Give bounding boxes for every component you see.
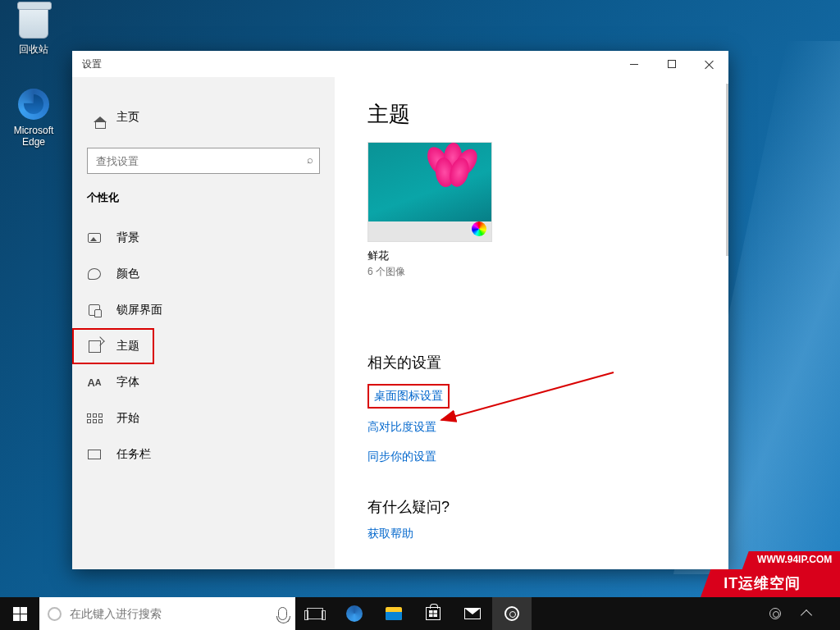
nav-taskbar[interactable]: 任务栏 xyxy=(72,436,335,472)
brush-icon xyxy=(87,339,102,354)
scrollbar[interactable] xyxy=(726,84,728,256)
mic-icon[interactable] xyxy=(278,607,287,620)
taskbar-search[interactable] xyxy=(39,597,295,630)
nav-label: 任务栏 xyxy=(116,447,151,462)
close-icon xyxy=(705,59,714,69)
edge-icon xyxy=(16,87,51,121)
nav-background[interactable]: 背景 xyxy=(72,220,335,256)
maximize-icon xyxy=(668,60,676,68)
link-sync-settings[interactable]: 同步你的设置 xyxy=(368,450,696,464)
color-wheel-icon xyxy=(472,221,486,236)
minimize-button[interactable] xyxy=(615,51,653,77)
task-view-button[interactable] xyxy=(295,597,335,630)
chevron-up-icon xyxy=(801,609,812,621)
theme-count: 6 个图像 xyxy=(368,265,696,279)
home-label: 主页 xyxy=(116,110,139,125)
edge-icon xyxy=(346,605,363,622)
desktop-icon-edge[interactable]: Microsoft Edge xyxy=(5,87,62,148)
store-icon xyxy=(426,607,441,620)
task-view-icon xyxy=(307,608,323,619)
folder-icon xyxy=(386,607,402,620)
gear-icon xyxy=(504,606,519,621)
link-desktop-icon-settings[interactable]: 桌面图标设置 xyxy=(368,384,450,409)
nav-start[interactable]: 开始 xyxy=(72,400,335,436)
nav-color[interactable]: 颜色 xyxy=(72,256,335,292)
taskbar-explorer[interactable] xyxy=(374,597,413,630)
tray-more[interactable] xyxy=(822,597,840,630)
nav-label: 背景 xyxy=(116,231,139,245)
cortana-icon xyxy=(48,607,62,621)
taskbar-settings[interactable] xyxy=(492,597,532,630)
nav-label: 颜色 xyxy=(116,267,139,281)
start-button[interactable] xyxy=(0,597,39,630)
link-get-help[interactable]: 获取帮助 xyxy=(368,527,696,541)
people-icon xyxy=(769,608,781,619)
category-title: 个性化 xyxy=(72,190,335,220)
link-high-contrast[interactable]: 高对比度设置 xyxy=(368,420,696,435)
theme-name: 鲜花 xyxy=(368,249,696,263)
maximize-button[interactable] xyxy=(653,51,691,77)
nav-label: 锁屏界面 xyxy=(116,303,162,317)
windows-icon xyxy=(13,607,27,621)
taskbar-edge[interactable] xyxy=(335,597,374,630)
window-title: 设置 xyxy=(82,57,102,71)
system-tray xyxy=(760,597,840,630)
desktop-icon-label: Microsoft Edge xyxy=(5,125,62,148)
taskbar-icon xyxy=(87,447,102,462)
palette-icon xyxy=(87,267,102,281)
nav-label: 字体 xyxy=(116,375,139,390)
sidebar: 主页 ⌕ 个性化 背景 颜色 锁屏界面 主题 AA字体 开始 任务栏 xyxy=(72,77,335,569)
tray-overflow[interactable] xyxy=(791,597,822,630)
recycle-bin-icon xyxy=(16,5,51,39)
taskbar-search-input[interactable] xyxy=(70,607,270,620)
desktop-icon-recycle-bin[interactable]: 回收站 xyxy=(5,5,62,57)
taskbar-mail[interactable] xyxy=(453,597,492,630)
settings-window: 设置 主页 ⌕ 个性化 背景 颜色 锁屏界面 主题 AA字体 开始 任务栏 主题 xyxy=(72,51,728,569)
page-heading: 主题 xyxy=(368,100,696,129)
font-icon: AA xyxy=(87,375,102,390)
related-heading: 相关的设置 xyxy=(368,353,696,372)
nav-lockscreen[interactable]: 锁屏界面 xyxy=(72,292,335,328)
content-pane: 主题 鲜花 6 个图像 相关的设置 桌面图标设置 高对比度设置 同步你的设置 有… xyxy=(335,77,728,569)
minimize-icon xyxy=(630,64,638,65)
watermark-brand: IT运维空间 xyxy=(724,573,801,593)
svg-line-1 xyxy=(441,372,614,420)
question-heading: 有什么疑问? xyxy=(368,497,696,517)
desktop-icon-label: 回收站 xyxy=(5,43,62,57)
people-button[interactable] xyxy=(760,597,791,630)
taskbar-store[interactable] xyxy=(413,597,453,630)
image-icon xyxy=(87,231,102,245)
nav-label: 开始 xyxy=(116,411,139,426)
search-field[interactable]: ⌕ xyxy=(87,148,320,174)
nav-label: 主题 xyxy=(116,339,139,354)
titlebar[interactable]: 设置 xyxy=(72,51,728,77)
flower-graphic xyxy=(427,143,477,185)
search-icon: ⌕ xyxy=(307,153,313,166)
theme-thumbnail[interactable] xyxy=(368,142,492,242)
close-button[interactable] xyxy=(691,51,728,77)
search-input[interactable] xyxy=(87,148,320,174)
nav-fonts[interactable]: AA字体 xyxy=(72,364,335,400)
lock-icon xyxy=(87,303,102,317)
home-link[interactable]: 主页 xyxy=(72,102,335,133)
grid-icon xyxy=(87,411,102,426)
taskbar xyxy=(0,597,840,630)
nav-themes[interactable]: 主题 xyxy=(72,328,154,364)
mail-icon xyxy=(464,608,481,619)
